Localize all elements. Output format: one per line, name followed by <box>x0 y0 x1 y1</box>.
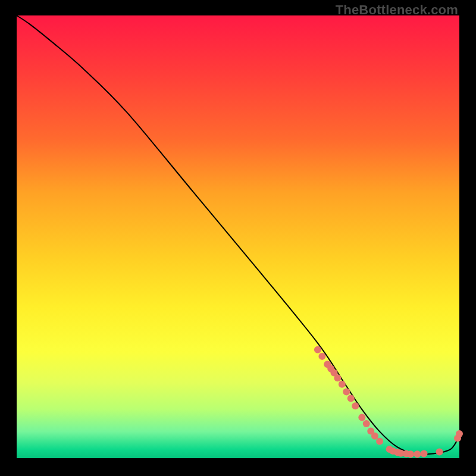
data-point <box>376 438 383 445</box>
data-point <box>363 420 370 427</box>
chart-svg <box>17 15 459 458</box>
curve-group <box>17 15 459 455</box>
plot-area <box>17 15 459 458</box>
data-point <box>414 450 421 458</box>
data-point <box>314 346 321 353</box>
data-point <box>420 450 427 458</box>
data-point <box>456 430 463 437</box>
data-point <box>318 353 325 360</box>
data-point <box>407 450 414 458</box>
chart-stage: TheBottleneck.com <box>0 0 476 476</box>
data-point <box>334 374 341 381</box>
data-point <box>339 381 346 388</box>
data-point <box>371 433 378 440</box>
data-point <box>347 395 355 402</box>
data-point <box>436 449 443 456</box>
bottleneck-curve <box>17 15 459 455</box>
data-point <box>343 388 350 395</box>
data-point <box>358 414 365 421</box>
data-point <box>352 402 359 409</box>
